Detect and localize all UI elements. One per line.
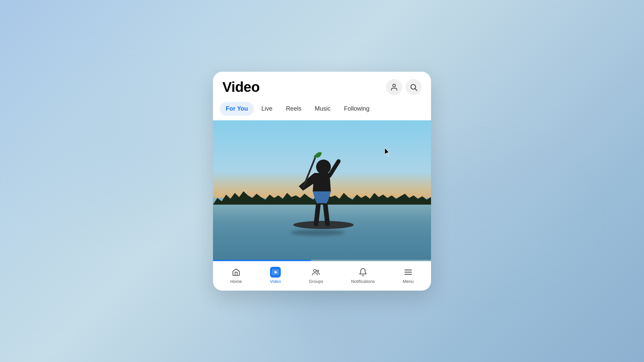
video-label: Video bbox=[270, 279, 281, 284]
header: Video bbox=[213, 72, 431, 99]
tab-music[interactable]: Music bbox=[309, 102, 336, 116]
nav-video[interactable]: Video bbox=[266, 265, 285, 285]
tab-for-you[interactable]: For You bbox=[220, 102, 254, 116]
tab-following[interactable]: Following bbox=[338, 102, 375, 116]
nav-menu[interactable]: Menu bbox=[399, 265, 418, 285]
app-container: Video For You Live Reels Music Following bbox=[213, 72, 431, 291]
groups-icon-wrap bbox=[311, 267, 321, 278]
home-icon bbox=[232, 268, 240, 277]
groups-label: Groups bbox=[309, 279, 323, 284]
svg-point-7 bbox=[314, 269, 316, 272]
svg-point-8 bbox=[317, 270, 319, 272]
board-reflection bbox=[291, 230, 344, 236]
home-icon-wrap bbox=[231, 267, 241, 278]
nav-home[interactable]: Home bbox=[226, 265, 246, 285]
search-button[interactable] bbox=[406, 79, 422, 95]
menu-label: Menu bbox=[403, 279, 414, 284]
svg-point-4 bbox=[316, 160, 331, 174]
search-icon bbox=[410, 83, 418, 91]
paddleboarder-silhouette bbox=[286, 129, 360, 230]
svg-point-3 bbox=[293, 221, 354, 229]
svg-line-2 bbox=[415, 88, 417, 90]
header-icons bbox=[386, 79, 422, 95]
video-content bbox=[213, 120, 431, 261]
video-icon bbox=[271, 268, 280, 277]
page-title: Video bbox=[222, 79, 260, 95]
menu-icon-wrap bbox=[403, 267, 414, 278]
video-icon-wrap bbox=[270, 267, 281, 278]
tab-live[interactable]: Live bbox=[255, 102, 278, 116]
profile-button[interactable] bbox=[386, 79, 402, 95]
bottom-navigation: Home Video Groups bbox=[213, 261, 431, 291]
video-player[interactable] bbox=[213, 120, 431, 261]
person-icon bbox=[390, 83, 398, 91]
nav-notifications[interactable]: Notifications bbox=[347, 265, 379, 285]
notifications-icon bbox=[359, 268, 367, 277]
tabs-bar: For You Live Reels Music Following bbox=[213, 99, 431, 120]
nav-groups[interactable]: Groups bbox=[305, 265, 327, 285]
home-label: Home bbox=[230, 279, 242, 284]
video-progress-fill bbox=[213, 260, 311, 261]
notifications-label: Notifications bbox=[351, 279, 375, 284]
svg-point-0 bbox=[393, 84, 395, 87]
menu-icon bbox=[404, 268, 413, 277]
notifications-icon-wrap bbox=[358, 267, 368, 278]
video-progress-bar[interactable] bbox=[213, 260, 431, 261]
tab-reels[interactable]: Reels bbox=[280, 102, 307, 116]
groups-icon bbox=[312, 268, 320, 277]
